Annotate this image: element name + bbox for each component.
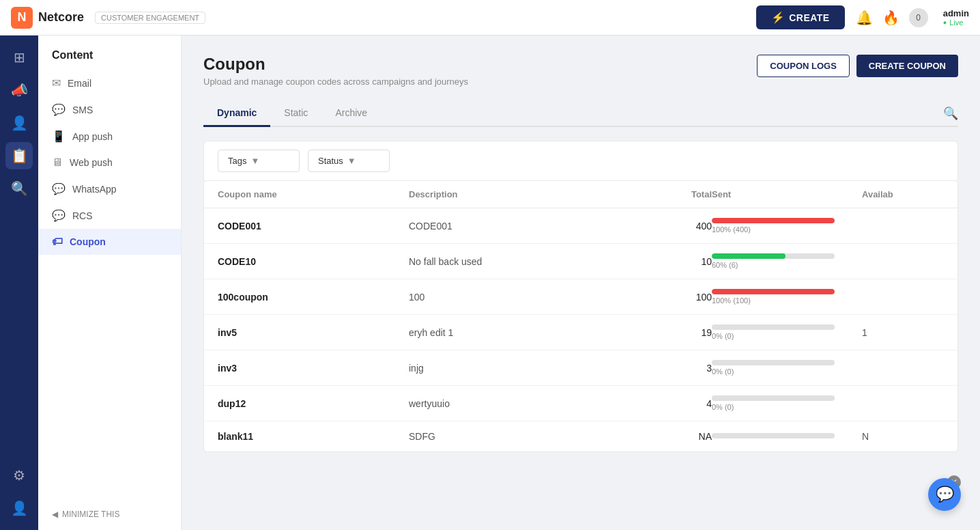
product-name: CUSTOMER ENGAGEMENT xyxy=(95,12,205,24)
coupon-description: CODE001 xyxy=(409,221,644,232)
email-icon: ✉ xyxy=(52,76,61,89)
coupon-name: CODE001 xyxy=(218,221,409,232)
table-row[interactable]: blank11 SDFG NA N xyxy=(204,421,957,451)
coupon-total: 3 xyxy=(644,363,712,374)
minimize-label: MINIMIZE THIS xyxy=(62,510,119,519)
progress-bar-bg xyxy=(712,395,835,401)
sidebar-icon-megaphone[interactable]: 📣 xyxy=(5,76,33,104)
sidebar-item-sms[interactable]: 💬 SMS xyxy=(38,96,181,123)
coupon-icon: 🏷 xyxy=(52,236,63,248)
sidebar-item-whatsapp[interactable]: 💬 WhatsApp xyxy=(38,176,181,202)
coupon-description: 100 xyxy=(409,292,644,303)
sidebar-item-app-push[interactable]: 📱 App push xyxy=(38,123,181,150)
sidebar-icon-calendar[interactable]: 📋 xyxy=(5,142,33,169)
progress-bar-bg xyxy=(712,360,835,365)
web-push-icon: 🖥 xyxy=(52,156,63,169)
table-row[interactable]: CODE10 No fall back used 10 60% (6) xyxy=(204,244,957,279)
progress-bar-fill xyxy=(712,253,786,259)
progress-bar-bg xyxy=(712,433,835,438)
coupon-logs-button[interactable]: COUPON LOGS xyxy=(757,55,850,77)
topnav-icons: 🔔 🔥 0 admin Live xyxy=(856,8,969,27)
tab-static[interactable]: Static xyxy=(270,100,321,127)
progress-bar-bg xyxy=(712,218,835,223)
sidebar-item-web-push[interactable]: 🖥 Web push xyxy=(38,150,181,176)
admin-status: Live xyxy=(943,18,969,27)
create-button[interactable]: ⚡ CREATE xyxy=(756,5,845,29)
sidebar-icon-people[interactable]: 👤 xyxy=(5,109,33,137)
create-coupon-button[interactable]: CREATE COUPON xyxy=(856,55,958,77)
sidebar-icon-grid[interactable]: ⊞ xyxy=(5,44,33,71)
sidebar-item-label-rcs: RCS xyxy=(72,210,93,221)
tags-dropdown-arrow: ▼ xyxy=(250,156,259,166)
progress-label: 100% (400) xyxy=(712,225,862,234)
coupon-name: CODE10 xyxy=(218,256,409,267)
sidebar-item-label-whatsapp: WhatsApp xyxy=(72,184,117,195)
coupon-total: 400 xyxy=(644,221,712,232)
icon-sidebar: ⊞ 📣 👤 📋 🔍 ⚙ 👤 xyxy=(0,36,38,530)
col-description: Description xyxy=(409,189,644,199)
col-avail: Availab xyxy=(862,189,944,199)
tab-dynamic[interactable]: Dynamic xyxy=(203,100,270,127)
sidebar-item-label-app-push: App push xyxy=(72,131,113,142)
main-content: Coupon Upload and manage coupon codes ac… xyxy=(182,36,980,530)
sent-progress xyxy=(712,433,862,441)
sent-progress: 0% (0) xyxy=(712,395,862,411)
progress-label: 100% (100) xyxy=(712,296,862,305)
sms-icon: 💬 xyxy=(52,103,66,116)
avatar[interactable]: 0 xyxy=(909,8,928,27)
table-row[interactable]: dup12 wertyuuio 4 0% (0) xyxy=(204,386,957,421)
table-header: Coupon name Description Total Sent Avail… xyxy=(204,181,957,208)
sent-progress: 0% (0) xyxy=(712,324,862,340)
coupon-description: wertyuuio xyxy=(409,398,644,409)
progress-bar-bg xyxy=(712,324,835,330)
minimize-arrow-icon: ◀ xyxy=(52,510,58,519)
coupon-description: No fall back used xyxy=(409,256,644,267)
coupon-table: Coupon name Description Total Sent Avail… xyxy=(203,180,958,452)
progress-bar-fill xyxy=(712,218,835,223)
progress-bar-bg xyxy=(712,289,835,294)
coupon-description: injg xyxy=(409,363,644,374)
bell-icon[interactable]: 🔔 xyxy=(856,10,873,26)
rcs-icon: 💬 xyxy=(52,209,66,222)
progress-bar-bg xyxy=(712,253,835,259)
coupon-available: 1 xyxy=(862,327,944,338)
coupon-description: eryh edit 1 xyxy=(409,327,644,338)
page-subtitle: Upload and manage coupon codes across ca… xyxy=(203,76,468,87)
sidebar-item-label-web-push: Web push xyxy=(70,157,113,168)
whatsapp-icon: 💬 xyxy=(52,182,66,195)
sent-progress: 100% (400) xyxy=(712,218,862,234)
tags-dropdown[interactable]: Tags ▼ xyxy=(218,150,300,172)
table-body: CODE001 CODE001 400 100% (400) CODE10 No… xyxy=(204,208,957,451)
sidebar-item-coupon[interactable]: 🏷 Coupon xyxy=(38,229,181,255)
table-row[interactable]: inv3 injg 3 0% (0) xyxy=(204,350,957,386)
coupon-total: 19 xyxy=(644,327,712,338)
table-row[interactable]: CODE001 CODE001 400 100% (400) xyxy=(204,208,957,244)
coupon-name: inv3 xyxy=(218,363,409,374)
filter-row: Tags ▼ Status ▼ xyxy=(203,141,958,180)
page-header: Coupon Upload and manage coupon codes ac… xyxy=(203,55,958,87)
sent-progress: 0% (0) xyxy=(712,360,862,376)
tab-archive[interactable]: Archive xyxy=(321,100,381,127)
status-dropdown[interactable]: Status ▼ xyxy=(308,150,390,172)
table-row[interactable]: inv5 eryh edit 1 19 0% (0) 1 xyxy=(204,315,957,350)
chat-button[interactable]: 💬 xyxy=(928,478,961,511)
sidebar-icon-settings[interactable]: ⚙ xyxy=(5,462,33,489)
sidebar-item-label-sms: SMS xyxy=(72,104,93,115)
fire-icon[interactable]: 🔥 xyxy=(882,10,899,26)
minimize-button[interactable]: ◀ MINIMIZE THIS xyxy=(52,510,167,519)
sidebar-item-rcs[interactable]: 💬 RCS xyxy=(38,202,181,229)
logo-icon: N xyxy=(11,7,33,29)
col-name: Coupon name xyxy=(218,189,409,199)
coupon-total: 4 xyxy=(644,398,712,409)
col-total: Total xyxy=(644,189,712,199)
logo-name: Netcore xyxy=(38,10,84,25)
sidebar-item-email[interactable]: ✉ Email xyxy=(38,70,181,96)
tabs: Dynamic Static Archive 🔍 xyxy=(203,100,958,127)
logo: N Netcore xyxy=(11,7,84,29)
sidebar-icon-analytics[interactable]: 🔍 xyxy=(5,175,33,202)
search-button[interactable]: 🔍 xyxy=(943,106,958,121)
sidebar-icon-user[interactable]: 👤 xyxy=(5,494,33,522)
table-row[interactable]: 100coupon 100 100 100% (100) xyxy=(204,279,957,315)
progress-bar-fill xyxy=(712,289,835,294)
progress-label: 0% (0) xyxy=(712,403,862,411)
